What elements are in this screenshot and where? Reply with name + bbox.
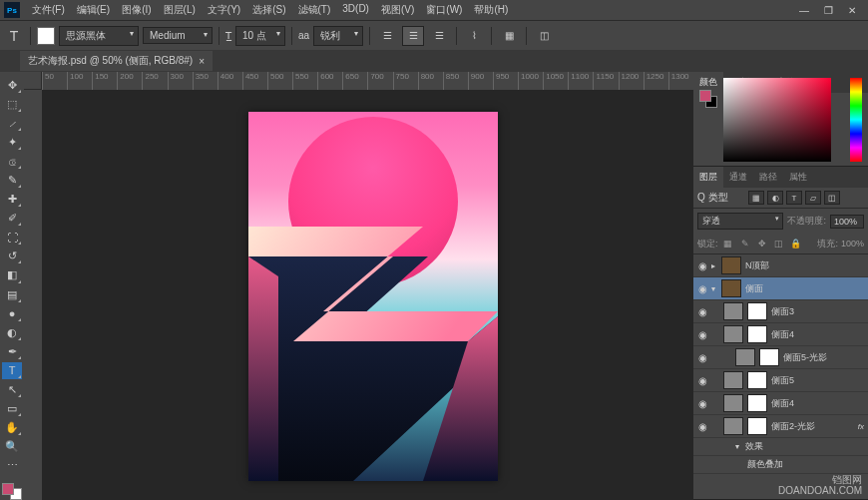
layer-row[interactable]: ◉侧面4: [693, 323, 868, 346]
foreground-swatch[interactable]: [2, 483, 14, 495]
lasso-tool[interactable]: ⟋: [2, 115, 22, 132]
layer-visibility-icon[interactable]: ◉: [693, 260, 711, 271]
window-restore-button[interactable]: ❐: [816, 5, 840, 16]
layer-disclosure-icon[interactable]: ▾: [711, 284, 721, 293]
zoom-tool[interactable]: 🔍: [2, 438, 22, 455]
color-swatches[interactable]: [2, 483, 22, 500]
canvas-area[interactable]: 5010015020025030035040045050055060065070…: [24, 72, 693, 500]
antialias-dropdown[interactable]: 锐利: [313, 26, 363, 46]
character-panel-button[interactable]: ▦: [498, 26, 520, 46]
layer-row[interactable]: ◉侧面3: [693, 300, 868, 323]
menu-item[interactable]: 窗口(W): [420, 1, 468, 19]
layer-row[interactable]: ◉侧面2-光影fx: [693, 415, 868, 438]
menu-item[interactable]: 帮助(H): [468, 1, 514, 19]
layer-name[interactable]: 效果: [745, 440, 868, 453]
layer-disclosure-icon[interactable]: ▾: [735, 442, 745, 451]
font-family-dropdown[interactable]: 思源黑体: [59, 26, 139, 46]
layer-mask-thumbnail[interactable]: [759, 348, 779, 366]
fill-input[interactable]: 100%: [841, 239, 864, 249]
align-center-button[interactable]: ☰: [402, 26, 424, 46]
align-left-button[interactable]: ☰: [376, 26, 398, 46]
opacity-input[interactable]: 100%: [830, 215, 864, 229]
layer-visibility-icon[interactable]: ◉: [693, 306, 711, 317]
stamp-tool[interactable]: ⛶: [2, 229, 22, 246]
path-select-tool[interactable]: ↖: [2, 381, 22, 398]
filter-smart-icon[interactable]: ◫: [824, 191, 840, 205]
layer-kind-filter[interactable]: Q 类型: [697, 191, 745, 205]
pen-tool[interactable]: ✒: [2, 343, 22, 360]
menu-item[interactable]: 滤镜(T): [292, 1, 337, 19]
gradient-tool[interactable]: ▤: [2, 286, 22, 303]
layer-name[interactable]: 颜色叠加: [747, 458, 868, 471]
blur-tool[interactable]: ●: [2, 305, 22, 322]
layer-visibility-icon[interactable]: ◉: [693, 375, 711, 386]
healing-tool[interactable]: ✚: [2, 191, 22, 208]
font-weight-dropdown[interactable]: Medium: [143, 27, 213, 44]
layer-name[interactable]: 侧面: [745, 282, 868, 295]
artboard[interactable]: [248, 112, 498, 481]
layer-disclosure-icon[interactable]: ▸: [711, 261, 721, 270]
menu-item[interactable]: 3D(D): [336, 1, 375, 19]
layer-row[interactable]: ▾效果: [693, 438, 868, 456]
layer-mask-thumbnail[interactable]: [747, 394, 767, 412]
ruler-origin[interactable]: [24, 72, 42, 90]
lock-all-icon[interactable]: 🔒: [789, 237, 803, 250]
move-tool[interactable]: ✥: [2, 77, 22, 94]
text-warp-button[interactable]: ⌇: [463, 26, 485, 46]
layer-visibility-icon[interactable]: ◉: [693, 352, 711, 363]
layer-row[interactable]: 颜色叠加: [693, 456, 868, 474]
lock-artboard-icon[interactable]: ◫: [772, 237, 786, 250]
menu-item[interactable]: 图层(L): [158, 1, 202, 19]
layer-visibility-icon[interactable]: ◉: [693, 283, 711, 294]
layer-row[interactable]: ◉侧面4: [693, 392, 868, 415]
document-tab-close-button[interactable]: ×: [199, 56, 205, 67]
brush-tool[interactable]: ✐: [2, 210, 22, 227]
filter-adjust-icon[interactable]: ◐: [767, 191, 783, 205]
layer-row[interactable]: ◉侧面5: [693, 369, 868, 392]
layer-mask-thumbnail[interactable]: [747, 325, 767, 343]
menu-item[interactable]: 视图(V): [375, 1, 420, 19]
document-tab[interactable]: 艺术海报.psd @ 50% (侧面, RGB/8#) ×: [20, 51, 213, 71]
3d-button[interactable]: ◫: [533, 26, 555, 46]
filter-text-icon[interactable]: T: [786, 191, 802, 205]
layer-name[interactable]: 侧面3: [771, 305, 868, 318]
shape-tool[interactable]: ▭: [2, 400, 22, 417]
menu-item[interactable]: 图像(I): [116, 1, 157, 19]
history-brush-tool[interactable]: ↺: [2, 248, 22, 264]
eyedropper-tool[interactable]: ✎: [2, 172, 22, 189]
layer-visibility-icon[interactable]: ◉: [693, 329, 711, 340]
menu-item[interactable]: 编辑(E): [71, 1, 116, 19]
text-tool[interactable]: T: [2, 362, 22, 379]
hue-slider[interactable]: [850, 78, 862, 162]
magic-wand-tool[interactable]: ✦: [2, 134, 22, 151]
edit-toolbar-button[interactable]: ⋯: [2, 457, 22, 474]
hand-tool[interactable]: ✋: [2, 419, 22, 436]
layer-mask-thumbnail[interactable]: [747, 371, 767, 389]
window-close-button[interactable]: ✕: [840, 5, 864, 16]
panel-tab[interactable]: 属性: [783, 167, 813, 188]
layer-name[interactable]: 侧面5-光影: [783, 351, 868, 364]
text-color-swatch[interactable]: [37, 27, 55, 45]
color-spectrum[interactable]: [723, 78, 831, 162]
crop-tool[interactable]: ⟃: [2, 153, 22, 170]
menu-item[interactable]: 文件(F): [26, 1, 71, 19]
panel-color-swatches[interactable]: [699, 90, 717, 108]
panel-tab[interactable]: 路径: [753, 167, 783, 188]
menu-item[interactable]: 选择(S): [246, 1, 291, 19]
layer-mask-thumbnail[interactable]: [747, 417, 767, 435]
layer-fx-badge[interactable]: fx: [858, 422, 864, 431]
layer-visibility-icon[interactable]: ◉: [693, 398, 711, 409]
layer-name[interactable]: 侧面5: [771, 374, 868, 387]
layer-name[interactable]: 侧面2-光影: [771, 420, 858, 433]
align-right-button[interactable]: ☰: [428, 26, 450, 46]
panel-tab[interactable]: 通道: [723, 167, 753, 188]
filter-shape-icon[interactable]: ▱: [805, 191, 821, 205]
vertical-ruler[interactable]: [24, 90, 42, 500]
lock-pixels-icon[interactable]: ✎: [738, 237, 752, 250]
font-size-dropdown[interactable]: 10 点: [235, 26, 285, 46]
lock-transparency-icon[interactable]: ▦: [721, 237, 735, 250]
layer-name[interactable]: 侧面4: [771, 397, 868, 410]
window-minimize-button[interactable]: —: [792, 5, 816, 16]
eraser-tool[interactable]: ◧: [2, 266, 22, 283]
dodge-tool[interactable]: ◐: [2, 324, 22, 341]
